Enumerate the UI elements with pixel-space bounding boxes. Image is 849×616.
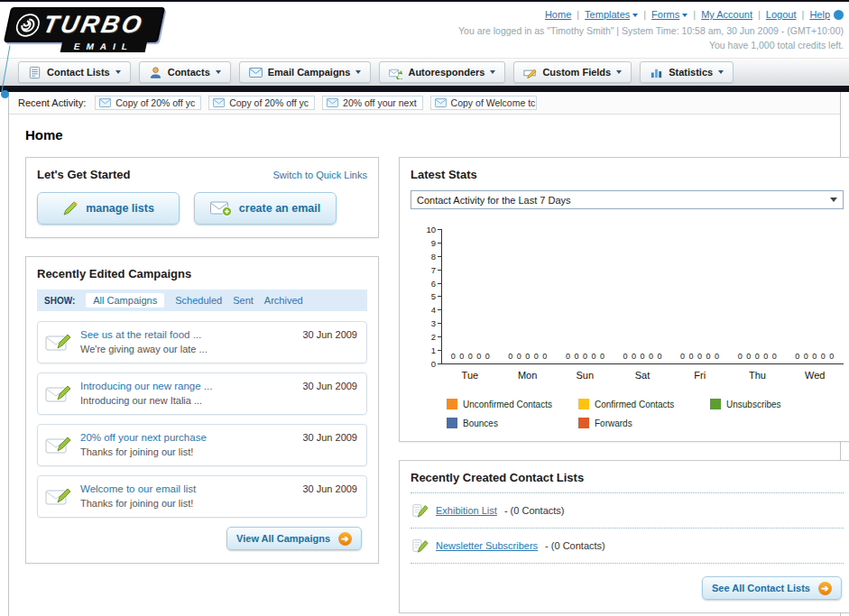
chart-legend: Unconfirmed ContactsConfirmed ContactsUn… — [447, 399, 844, 428]
campaign-title-link[interactable]: See us at the retail food ... — [80, 329, 208, 340]
chevron-down-icon — [830, 198, 837, 202]
edit-email-icon — [45, 331, 72, 354]
top-link-my-account-label[interactable]: My Account — [701, 7, 752, 23]
recent-activity-item[interactable]: 20% off your next — [322, 96, 423, 110]
create-email-button[interactable]: create an email — [194, 192, 337, 225]
credits-info: You have 1,000 total credits left. — [458, 38, 844, 53]
campaign-row[interactable]: Introducing our new range ... Introducin… — [37, 372, 367, 415]
y-axis-tick: 7 — [431, 265, 441, 275]
filter-tab-all-campaigns[interactable]: All Campaigns — [86, 293, 164, 308]
y-axis-tick: 6 — [431, 279, 441, 289]
campaign-row[interactable]: See us at the retail food ... We're givi… — [37, 321, 367, 363]
view-all-campaigns-button[interactable]: View All Campaigns ➔ — [226, 527, 362, 550]
recent-activity-item[interactable]: Copy of Welcome tc — [430, 96, 537, 110]
app-logo[interactable]: TURBO EMAIL — [7, 7, 161, 58]
autoresponder-icon — [389, 66, 402, 79]
x-axis-label: Mon — [499, 370, 557, 381]
contact-list-row[interactable]: Exhibition List - (0 Contacts) — [411, 493, 844, 529]
nav-tab-label: Contacts — [168, 67, 210, 78]
nav-tab-label: Email Campaigns — [268, 67, 351, 78]
campaign-subtitle: Introducing our new Italia ... — [80, 395, 212, 406]
legend-swatch — [578, 399, 589, 409]
contact-list-link[interactable]: Newsletter Subscribers — [436, 540, 538, 551]
manage-lists-label: manage lists — [86, 202, 154, 215]
email-icon — [99, 98, 111, 107]
legend-label: Unconfirmed Contacts — [463, 400, 552, 409]
stats-panel-title: Latest Stats — [411, 168, 844, 181]
campaign-title-link[interactable]: 20% off your next purchase — [80, 432, 207, 443]
top-link-help-label[interactable]: Help — [809, 7, 830, 23]
switch-quick-links-link[interactable]: Switch to Quick Links — [272, 170, 367, 180]
campaign-row[interactable]: 20% off your next purchase Thanks for jo… — [37, 424, 367, 466]
top-link-my-account[interactable]: My Account — [688, 7, 752, 23]
header-right: Home Templates Forms My Account Logout H… — [458, 5, 844, 58]
contact-list-link[interactable]: Exhibition List — [436, 505, 497, 516]
chart-values-group: 0 0 0 0 0 — [614, 352, 672, 363]
email-icon — [435, 98, 447, 107]
legend-label: Bounces — [463, 418, 498, 428]
chart-x-labels: TueMonSunSatFriThuWed — [441, 370, 844, 381]
top-link-logout[interactable]: Logout — [752, 7, 797, 23]
nav-tab-contact-lists[interactable]: Contact Lists — [18, 61, 131, 83]
manage-lists-button[interactable]: manage lists — [37, 192, 180, 225]
top-link-logout-label[interactable]: Logout — [766, 7, 797, 23]
x-axis-label: Sun — [556, 370, 614, 381]
nav-tab-autoresponders[interactable]: Autoresponders — [379, 61, 505, 83]
legend-label: Confirmed Contacts — [595, 400, 674, 409]
top-link-home-label[interactable]: Home — [545, 7, 571, 23]
campaign-title-link[interactable]: Welcome to our email list — [80, 483, 196, 494]
header: TURBO EMAIL Home Templates Forms My Acco… — [0, 2, 849, 58]
top-link-help[interactable]: Help — [797, 7, 844, 23]
top-link-home[interactable]: Home — [545, 7, 571, 23]
legend-label: Unsubscribes — [726, 400, 781, 409]
stats-period-select[interactable]: Contact Activity for the Last 7 Days — [411, 190, 844, 209]
top-link-forms-label[interactable]: Forms — [651, 7, 679, 23]
filter-tab-scheduled[interactable]: Scheduled — [175, 295, 222, 306]
legend-swatch — [710, 399, 721, 409]
x-axis-label: Tue — [441, 370, 499, 381]
see-all-contact-lists-button[interactable]: See All Contact Lists ➔ — [702, 576, 842, 600]
filter-tab-archived[interactable]: Archived — [264, 295, 303, 306]
chevron-down-icon — [718, 70, 724, 74]
recent-activity-item-label: Copy of 20% off yc — [115, 97, 195, 108]
filter-tab-sent[interactable]: Sent — [233, 295, 254, 306]
campaign-subtitle: Thanks for joining our list! — [80, 498, 196, 509]
edit-email-icon — [45, 382, 72, 406]
nav-tab-label: Statistics — [669, 67, 713, 78]
recent-activity-label: Recent Activity: — [18, 97, 86, 108]
legend-item: Unconfirmed Contacts — [447, 399, 578, 409]
custom-fields-icon — [523, 66, 537, 79]
legend-swatch — [447, 418, 457, 428]
show-label: SHOW: — [44, 296, 75, 306]
campaign-title-link[interactable]: Introducing our new range ... — [80, 381, 212, 391]
nav-tab-email-campaigns[interactable]: Email Campaigns — [239, 61, 372, 83]
campaigns-filter-bar: SHOW: All Campaigns Scheduled Sent Archi… — [37, 290, 367, 311]
recent-activity-item[interactable]: Copy of 20% off yc — [208, 96, 315, 110]
edit-email-icon — [45, 485, 72, 509]
contact-list-row[interactable]: Newsletter Subscribers - (0 Contacts) — [411, 529, 844, 564]
stats-period-value: Contact Activity for the Last 7 Days — [417, 195, 571, 206]
chevron-down-icon — [216, 70, 221, 74]
nav-tab-contacts[interactable]: Contacts — [139, 61, 231, 83]
campaign-row[interactable]: Welcome to our email list Thanks for joi… — [37, 475, 367, 518]
arrow-right-icon: ➔ — [338, 532, 352, 546]
get-started-title: Let's Get Started — [37, 168, 131, 181]
recently-edited-campaigns-panel: Recently Edited Campaigns SHOW: All Camp… — [25, 256, 379, 564]
top-link-templates-label[interactable]: Templates — [585, 7, 630, 23]
top-link-templates[interactable]: Templates — [571, 7, 638, 23]
campaigns-panel-title: Recently Edited Campaigns — [37, 267, 367, 280]
chart-y-axis: 109876543210 — [416, 225, 441, 369]
nav-tab-statistics[interactable]: Statistics — [640, 61, 734, 83]
statistics-icon — [650, 66, 663, 79]
nav-tab-custom-fields[interactable]: Custom Fields — [513, 61, 632, 83]
recent-activity-item[interactable]: Copy of 20% off yc — [95, 96, 201, 110]
logo-swirl-icon — [14, 14, 42, 37]
logo-text-turbo: TURBO — [41, 11, 147, 39]
chart-values-group: 0 0 0 0 0 — [442, 352, 500, 363]
recent-activity-item-label: 20% off your next — [343, 97, 417, 108]
top-link-forms[interactable]: Forms — [638, 7, 688, 23]
edit-list-icon — [412, 538, 429, 554]
email-icon — [213, 98, 225, 107]
y-axis-tick: 10 — [426, 225, 441, 234]
help-icon[interactable] — [834, 10, 844, 20]
